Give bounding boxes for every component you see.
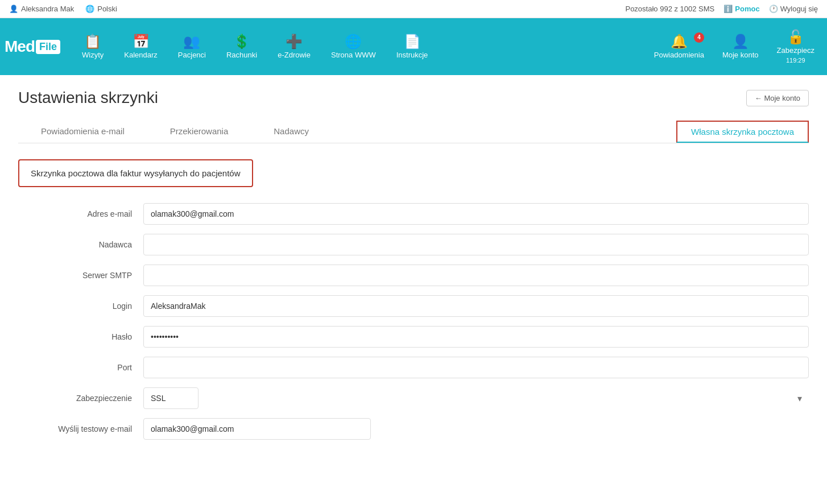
top-bar-right: Pozostało 992 z 1002 SMS ℹ️ Pomoc 🕐 Wylo… xyxy=(625,5,818,13)
ezdrowie-icon: ➕ xyxy=(286,35,303,48)
user-name: Aleksandra Mak xyxy=(21,5,74,13)
input-test-email[interactable] xyxy=(143,418,371,440)
tab-nadawcy-label: Nadawcy xyxy=(274,126,309,136)
tabs: Powiadomienia e-mail Przekierowania Nada… xyxy=(18,121,809,143)
navbar-item-zabezpiecz[interactable]: 🔓 Zabezpiecz 119:29 xyxy=(769,26,822,68)
bell-icon: 🔔 xyxy=(671,35,688,48)
security-select-wrapper: SSL TLS STARTTLS Brak ▾ xyxy=(143,387,809,409)
help-label: Pomoc xyxy=(735,5,759,13)
top-bar: 👤 Aleksandra Mak 🌐 Polski Pozostało 992 … xyxy=(0,0,827,18)
pacjenci-icon: 👥 xyxy=(183,35,200,48)
user-icon: 👤 xyxy=(9,5,18,13)
top-bar-left: 👤 Aleksandra Mak 🌐 Polski xyxy=(9,5,117,13)
input-email[interactable] xyxy=(143,203,809,225)
form-row-security: Zabezpieczenie SSL TLS STARTTLS Brak ▾ xyxy=(18,387,809,409)
lock-icon: 🔓 xyxy=(787,30,804,44)
input-port[interactable] xyxy=(143,357,809,378)
form-row-email: Adres e-mail xyxy=(18,203,809,225)
instrukcje-icon: 📄 xyxy=(404,35,421,48)
tab-powiadomienia-email-label: Powiadomienia e-mail xyxy=(41,126,125,136)
kalendarz-icon: 📅 xyxy=(133,35,150,48)
tab-przekierowania[interactable]: Przekierowania xyxy=(147,121,251,143)
section-box: Skrzynka pocztowa dla faktur wysyłanych … xyxy=(18,159,253,187)
navbar-item-kalendarz[interactable]: 📅 Kalendarz xyxy=(116,30,166,64)
label-smtp: Serwer SMTP xyxy=(18,271,143,280)
form-row-login: Login xyxy=(18,295,809,317)
select-security[interactable]: SSL TLS STARTTLS Brak xyxy=(143,387,199,409)
tab-nadawcy[interactable]: Nadawcy xyxy=(251,121,332,143)
notification-badge: 4 xyxy=(694,32,704,43)
label-email: Adres e-mail xyxy=(18,209,143,218)
powiadomienia-label: Powiadomienia xyxy=(654,51,704,59)
form: Adres e-mail Nadawca Serwer SMTP Login H… xyxy=(18,203,809,440)
logo-file: File xyxy=(36,40,60,54)
input-password[interactable] xyxy=(143,326,809,348)
navbar-item-instrukcje[interactable]: 📄 Instrukcje xyxy=(388,30,436,64)
navbar-item-stronawww[interactable]: 🌐 Strona WWW xyxy=(323,30,384,64)
kalendarz-label: Kalendarz xyxy=(124,51,158,59)
label-test-email: Wyślij testowy e-mail xyxy=(18,424,143,433)
navbar-item-mojekonto[interactable]: 👤 Moje konto xyxy=(714,30,767,64)
page-title: Ustawienia skrzynki xyxy=(18,89,158,107)
navbar-item-wizyty[interactable]: 📋 Wizyty xyxy=(74,30,111,64)
wizyty-label: Wizyty xyxy=(82,51,104,59)
mojekonto-label: Moje konto xyxy=(722,51,759,59)
label-sender: Nadawca xyxy=(18,240,143,249)
ezdrowie-label: e-Zdrowie xyxy=(278,51,311,59)
form-row-smtp: Serwer SMTP xyxy=(18,265,809,286)
stronawww-icon: 🌐 xyxy=(345,35,362,48)
tab-własna-skrzynka[interactable]: Własna skrzynka pocztowa xyxy=(676,121,809,143)
logout-label: Wyloguj się xyxy=(780,5,818,13)
input-login[interactable] xyxy=(143,295,809,317)
navbar: Med File 📋 Wizyty 📅 Kalendarz 👥 Pacjenci… xyxy=(0,18,827,75)
account-icon: 👤 xyxy=(732,35,749,48)
tab-wlasna-skrzynka-label: Własna skrzynka pocztowa xyxy=(691,127,794,137)
label-security: Zabezpieczenie xyxy=(18,394,143,403)
logo[interactable]: Med File xyxy=(5,38,60,56)
back-button[interactable]: ← Moje konto xyxy=(746,90,809,106)
label-login: Login xyxy=(18,301,143,311)
rachunki-label: Rachunki xyxy=(226,51,257,59)
zabezpiecz-time: 119:29 xyxy=(786,57,805,64)
form-row-port: Port xyxy=(18,357,809,378)
navbar-item-ezdrowie[interactable]: ➕ e-Zdrowie xyxy=(270,30,319,64)
top-bar-user: 👤 Aleksandra Mak xyxy=(9,5,74,13)
label-port: Port xyxy=(18,363,143,372)
zabezpiecz-label: Zabezpiecz xyxy=(777,46,814,55)
globe-icon: 🌐 xyxy=(85,5,94,13)
main-content: Ustawienia skrzynki ← Moje konto Powiado… xyxy=(0,75,827,504)
page-header: Ustawienia skrzynki ← Moje konto xyxy=(18,89,809,107)
sms-status: Pozostało 992 z 1002 SMS xyxy=(625,5,714,13)
pacjenci-label: Pacjenci xyxy=(178,51,206,59)
logout-button[interactable]: 🕐 Wyloguj się xyxy=(769,5,818,13)
lang-label: Polski xyxy=(97,5,117,13)
section-label: Skrzynka pocztowa dla faktur wysyłanych … xyxy=(31,168,241,178)
navbar-item-rachunki[interactable]: 💲 Rachunki xyxy=(218,30,265,64)
top-bar-lang[interactable]: 🌐 Polski xyxy=(85,5,117,13)
navbar-item-powiadomienia[interactable]: 🔔 4 Powiadomienia xyxy=(646,30,712,64)
chevron-down-icon: ▾ xyxy=(797,393,802,404)
wizyty-icon: 📋 xyxy=(84,35,101,48)
help-icon: ℹ️ xyxy=(723,5,733,13)
navbar-item-pacjenci[interactable]: 👥 Pacjenci xyxy=(170,30,214,64)
input-smtp[interactable] xyxy=(143,265,809,286)
navbar-items: 📋 Wizyty 📅 Kalendarz 👥 Pacjenci 💲 Rachun… xyxy=(74,30,646,64)
form-row-test-email: Wyślij testowy e-mail xyxy=(18,418,809,440)
help-button[interactable]: ℹ️ Pomoc xyxy=(723,5,759,13)
label-password: Hasło xyxy=(18,332,143,341)
clock-icon: 🕐 xyxy=(769,5,778,13)
tab-przekierowania-label: Przekierowania xyxy=(170,126,229,136)
navbar-right: 🔔 4 Powiadomienia 👤 Moje konto 🔓 Zabezpi… xyxy=(646,26,822,68)
stronawww-label: Strona WWW xyxy=(331,51,376,59)
tab-powiadomienia-email[interactable]: Powiadomienia e-mail xyxy=(18,121,147,143)
instrukcje-label: Instrukcje xyxy=(396,51,428,59)
rachunki-icon: 💲 xyxy=(233,35,250,48)
form-row-password: Hasło xyxy=(18,326,809,348)
input-sender[interactable] xyxy=(143,234,809,255)
logo-med: Med xyxy=(5,38,35,56)
form-row-sender: Nadawca xyxy=(18,234,809,255)
